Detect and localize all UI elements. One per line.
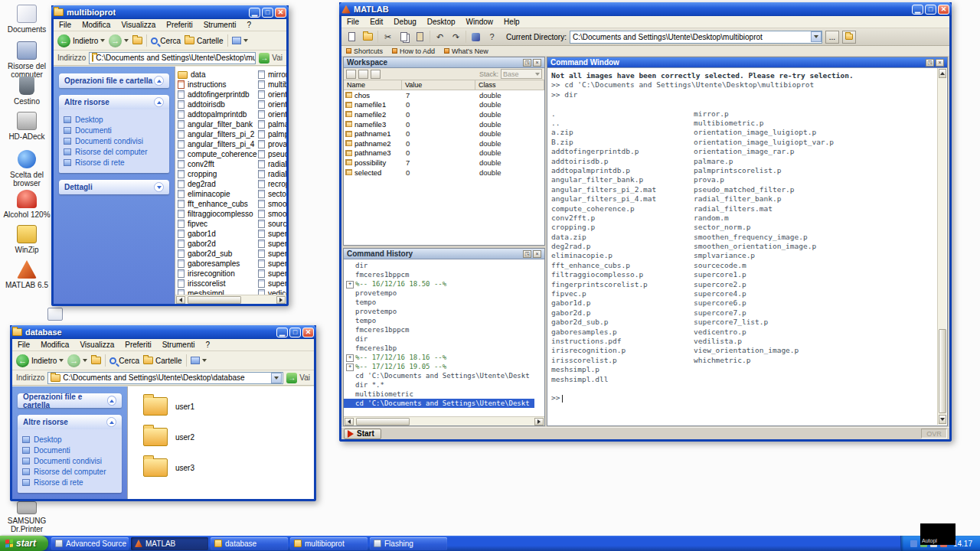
file-item[interactable]: supercore7_list <box>258 279 286 289</box>
place-link[interactable]: Documenti <box>22 446 117 455</box>
expand-button[interactable] <box>154 182 164 192</box>
file-item[interactable]: supercore7 <box>258 269 286 279</box>
history-item[interactable]: dir *.* <box>344 380 544 390</box>
file-item[interactable]: multibiometric <box>258 80 286 90</box>
column-value[interactable]: Value <box>402 80 475 90</box>
file-tasks-header[interactable]: Operazioni file e cartella <box>59 73 169 88</box>
undock-button[interactable]: ◳ <box>523 250 531 258</box>
desktop-icon[interactable]: HD-ADeck <box>3 112 51 141</box>
taskbar-task[interactable]: MATLAB <box>131 537 208 550</box>
menu-item[interactable]: Modifica <box>35 340 74 350</box>
search-button[interactable]: Cerca <box>109 357 139 365</box>
file-item[interactable]: smoothen_frequency_image <box>258 199 286 209</box>
views-button[interactable] <box>232 37 248 44</box>
workspace-variable-row[interactable]: pathname3 0 double <box>344 148 544 158</box>
file-item[interactable]: irisrecognition <box>178 269 257 279</box>
explorer1-titlebar[interactable]: multibioprot ▁ □ ✕ <box>51 5 289 19</box>
history-item[interactable]: fmceres1bppcm <box>344 325 544 334</box>
scrollbar-thumb[interactable] <box>939 329 946 413</box>
minimize-button[interactable]: ▁ <box>249 8 260 18</box>
history-item[interactable]: fmceres1bppcm <box>344 270 544 279</box>
menu-item[interactable]: File <box>54 20 77 30</box>
paste-button[interactable] <box>413 31 426 44</box>
menu-item[interactable]: Strumenti <box>198 20 242 30</box>
desktop-shortcut-icon[interactable] <box>47 308 63 321</box>
history-item[interactable]: dir <box>344 334 544 344</box>
workspace-variable-row[interactable]: chos 7 double <box>344 90 544 100</box>
place-link[interactable]: Documenti <box>64 126 165 135</box>
file-item[interactable]: fft_enhance_cubs <box>178 199 257 209</box>
column-name[interactable]: Name <box>344 80 402 90</box>
start-button[interactable]: start <box>0 536 48 551</box>
file-item[interactable]: recrop <box>258 179 286 189</box>
browse-directory-button[interactable]: ... <box>825 31 839 44</box>
file-item[interactable]: filtraggiocomplesso <box>178 209 257 219</box>
minimize-button[interactable]: ▁ <box>276 328 288 337</box>
file-item[interactable]: palmare <box>258 119 286 129</box>
workspace-variable-row[interactable]: namefile3 0 double <box>344 119 544 129</box>
workspace-variable-row[interactable]: selected 0 double <box>344 168 544 178</box>
file-item[interactable]: data <box>178 70 257 80</box>
file-item[interactable]: compute_coherence <box>178 149 257 159</box>
file-item[interactable]: gaboresamples <box>178 259 257 269</box>
command-window-header[interactable]: Command Window ◳× <box>547 57 947 68</box>
scrollbar-thumb[interactable] <box>188 296 241 304</box>
file-item[interactable]: palmprintscorelist <box>258 129 286 139</box>
open-file-button[interactable] <box>361 31 374 44</box>
history-item[interactable]: fmceres1bp <box>344 344 544 353</box>
menu-item[interactable]: ? <box>241 20 256 30</box>
place-link[interactable]: Risorse di rete <box>64 158 165 167</box>
menu-item[interactable]: File <box>341 17 364 27</box>
column-class[interactable]: Class <box>475 80 544 90</box>
file-item[interactable]: angular_filter_bank <box>178 119 257 129</box>
command-window-content[interactable]: Not all images have been correctly selec… <box>551 68 936 425</box>
desktop-icon[interactable]: Scelta del browser <box>3 150 51 187</box>
address-dropdown-button[interactable] <box>271 373 282 383</box>
menu-item[interactable]: File <box>12 340 35 350</box>
collapse-button[interactable] <box>107 396 116 406</box>
address-input[interactable]: C:\Documents and Settings\Utente\Desktop… <box>47 372 283 384</box>
other-places-header[interactable]: Altre risorse <box>18 415 122 429</box>
whats-new-link[interactable]: What's New <box>444 47 488 55</box>
combo-dropdown-button[interactable] <box>811 31 822 42</box>
menu-item[interactable]: Debug <box>388 17 421 27</box>
open-variable-button[interactable] <box>358 70 368 79</box>
file-item[interactable]: angular_filters_pi_2 <box>178 129 257 139</box>
place-link[interactable]: Documenti condivisi <box>64 137 165 145</box>
history-item[interactable]: provetempo <box>344 307 544 316</box>
taskbar-task[interactable]: Advanced Source C... <box>51 537 129 550</box>
close-panel-button[interactable]: × <box>936 59 944 67</box>
menu-item[interactable]: Strumenti <box>157 340 201 350</box>
maximize-button[interactable]: □ <box>289 328 301 337</box>
file-item[interactable]: sourcecode <box>258 219 286 229</box>
up-button[interactable] <box>91 357 101 364</box>
back-button[interactable]: ← Indietro <box>57 34 105 47</box>
clock[interactable]: 14.17 <box>953 540 972 548</box>
file-item[interactable]: eliminacopie <box>178 189 257 199</box>
file-item[interactable]: cropping <box>178 169 257 179</box>
history-item[interactable]: cd 'C:\Documents and Settings\Utente\Des… <box>344 371 544 380</box>
back-button[interactable]: ← Indietro <box>16 354 64 367</box>
file-item[interactable]: smoothen_orientation_image <box>258 209 286 219</box>
menu-item[interactable]: Window <box>461 17 499 27</box>
menu-item[interactable]: Desktop <box>422 17 461 27</box>
file-item[interactable]: supercore6 <box>258 259 286 269</box>
menu-item[interactable]: ? <box>200 340 215 350</box>
file-item[interactable]: supercore1 <box>258 229 286 239</box>
workspace-header[interactable]: Workspace ◳× <box>344 57 544 68</box>
workspace-variable-row[interactable]: possibility 7 double <box>344 158 544 168</box>
menu-item[interactable]: Visualizza <box>116 20 161 30</box>
file-item[interactable]: irisscorelist <box>178 279 257 289</box>
taskbar-task[interactable]: database <box>211 537 288 550</box>
new-variable-button[interactable] <box>346 70 356 79</box>
file-item[interactable]: mirror <box>258 70 286 80</box>
desktop-icon[interactable]: SAMSUNG Dr.Printer <box>3 496 51 533</box>
place-link[interactable]: Desktop <box>22 435 117 444</box>
scroll-right-button[interactable] <box>276 296 286 304</box>
menu-item[interactable]: Visualizza <box>74 340 119 350</box>
history-item[interactable]: tempo <box>344 298 544 307</box>
close-panel-button[interactable]: × <box>533 250 541 258</box>
copy-button[interactable] <box>397 31 410 44</box>
undock-button[interactable]: ◳ <box>926 59 934 67</box>
history-item[interactable]: tempo <box>344 316 544 325</box>
